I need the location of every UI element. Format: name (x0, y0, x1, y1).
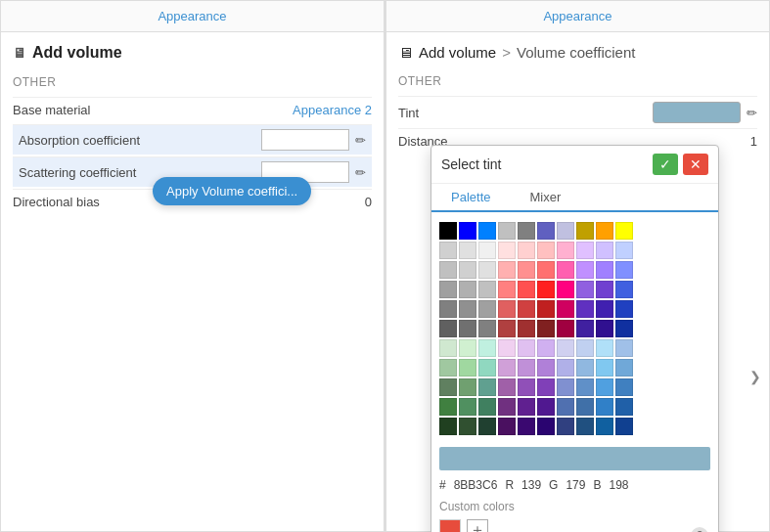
color-cell[interactable] (557, 398, 574, 416)
color-cell[interactable] (537, 242, 555, 259)
color-cell[interactable] (537, 378, 555, 396)
color-cell[interactable] (615, 378, 633, 396)
color-cell[interactable] (478, 281, 496, 298)
color-cell[interactable] (498, 339, 516, 357)
color-cell[interactable] (518, 261, 535, 279)
color-cell[interactable] (439, 242, 457, 259)
color-cell[interactable] (596, 320, 613, 337)
color-cell[interactable] (537, 418, 555, 435)
color-cell[interactable] (459, 418, 476, 435)
color-cell[interactable] (498, 378, 516, 396)
color-cell[interactable] (557, 418, 574, 435)
color-cell[interactable] (537, 261, 555, 279)
color-cell[interactable] (576, 418, 594, 435)
color-cell[interactable] (439, 398, 457, 416)
absorption-input[interactable] (261, 129, 349, 151)
color-cell[interactable] (615, 261, 633, 279)
color-cell[interactable] (478, 242, 496, 259)
color-cell[interactable] (576, 398, 594, 416)
color-cell[interactable] (596, 261, 613, 279)
color-cell[interactable] (478, 339, 496, 357)
color-cell[interactable] (557, 359, 574, 377)
color-cell[interactable] (537, 222, 555, 240)
tint-swatch[interactable] (653, 102, 741, 123)
color-cell[interactable] (498, 242, 516, 259)
color-cell[interactable] (615, 222, 633, 240)
color-cell[interactable] (478, 418, 496, 435)
color-cell[interactable] (518, 378, 535, 396)
color-cell[interactable] (518, 242, 535, 259)
color-cell[interactable] (596, 378, 613, 396)
add-custom-color-button[interactable]: ＋ (467, 519, 488, 532)
color-cell[interactable] (557, 320, 574, 337)
color-cell[interactable] (576, 300, 594, 318)
color-cell[interactable] (615, 242, 633, 259)
color-cell[interactable] (459, 359, 476, 377)
tint-edit-icon[interactable]: ✏ (747, 106, 757, 120)
color-cell[interactable] (459, 281, 476, 298)
color-cell[interactable] (537, 281, 555, 298)
color-cell[interactable] (596, 398, 613, 416)
color-cell[interactable] (615, 418, 633, 435)
color-cell[interactable] (518, 222, 535, 240)
color-cell[interactable] (615, 398, 633, 416)
color-cell[interactable] (498, 418, 516, 435)
color-cell[interactable] (498, 222, 516, 240)
color-cell[interactable] (518, 398, 535, 416)
color-cell[interactable] (615, 281, 633, 298)
color-cell[interactable] (518, 281, 535, 298)
absorption-edit-icon[interactable]: ✏ (355, 133, 366, 148)
color-cell[interactable] (576, 242, 594, 259)
color-cell[interactable] (596, 418, 613, 435)
color-cell[interactable] (537, 398, 555, 416)
custom-red-swatch[interactable] (439, 519, 461, 532)
color-cell[interactable] (576, 359, 594, 377)
color-cell[interactable] (439, 418, 457, 435)
color-cell[interactable] (557, 300, 574, 318)
color-cell[interactable] (576, 339, 594, 357)
color-cell[interactable] (498, 398, 516, 416)
tab-palette[interactable]: Palette (431, 184, 510, 212)
color-cell[interactable] (439, 281, 457, 298)
color-cell[interactable] (557, 242, 574, 259)
color-cell[interactable] (537, 359, 555, 377)
color-cell[interactable] (478, 398, 496, 416)
color-cell[interactable] (459, 398, 476, 416)
color-cell[interactable] (478, 378, 496, 396)
color-cell[interactable] (459, 378, 476, 396)
color-cell[interactable] (459, 242, 476, 259)
color-cell[interactable] (439, 320, 457, 337)
color-cell[interactable] (518, 320, 535, 337)
color-cell[interactable] (518, 418, 535, 435)
color-cell[interactable] (498, 281, 516, 298)
scattering-edit-icon[interactable]: ✏ (355, 165, 366, 180)
color-cell[interactable] (478, 261, 496, 279)
color-cell[interactable] (518, 339, 535, 357)
color-cell[interactable] (478, 300, 496, 318)
color-cell[interactable] (576, 222, 594, 240)
color-cell[interactable] (557, 261, 574, 279)
color-cell[interactable] (439, 261, 457, 279)
color-cell[interactable] (576, 261, 594, 279)
color-cell[interactable] (459, 300, 476, 318)
color-cell[interactable] (576, 320, 594, 337)
color-cell[interactable] (537, 320, 555, 337)
confirm-button[interactable]: ✓ (653, 154, 678, 175)
color-cell[interactable] (537, 339, 555, 357)
color-cell[interactable] (439, 378, 457, 396)
appearance-2-link[interactable]: Appearance 2 (293, 103, 372, 117)
color-cell[interactable] (439, 359, 457, 377)
color-cell[interactable] (439, 300, 457, 318)
color-cell[interactable] (537, 300, 555, 318)
color-cell[interactable] (478, 222, 496, 240)
color-cell[interactable] (615, 300, 633, 318)
color-cell[interactable] (596, 300, 613, 318)
color-cell[interactable] (439, 339, 457, 357)
color-cell[interactable] (615, 339, 633, 357)
color-cell[interactable] (615, 320, 633, 337)
color-cell[interactable] (498, 359, 516, 377)
color-cell[interactable] (498, 320, 516, 337)
color-cell[interactable] (459, 339, 476, 357)
color-cell[interactable] (557, 222, 574, 240)
chevron-right-icon[interactable]: ❯ (749, 369, 761, 384)
